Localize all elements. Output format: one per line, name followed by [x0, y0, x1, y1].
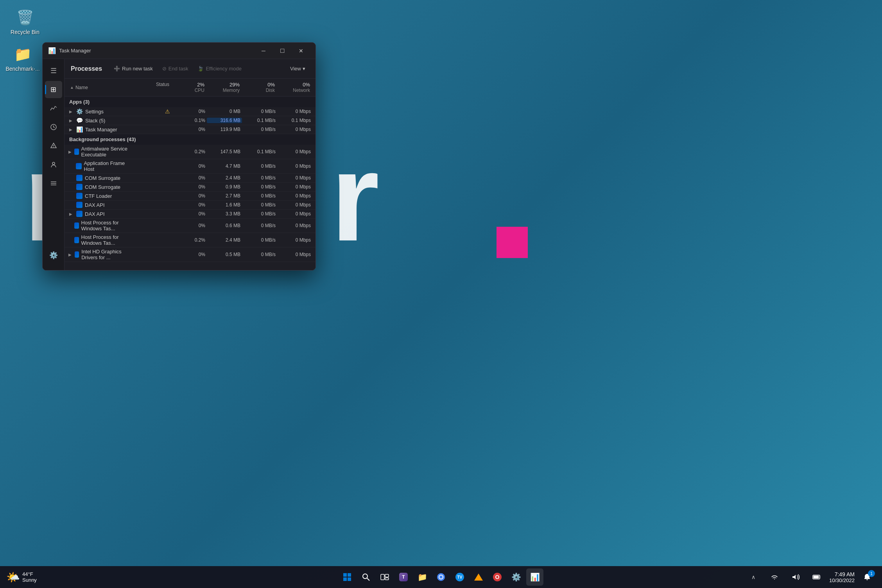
chrome-button[interactable]: [432, 568, 450, 586]
desktop-icon-benchmark[interactable]: 📁 Benchmark-...: [3, 42, 42, 74]
clock-widget[interactable]: 7:49 AM 10/30/2022: [829, 571, 855, 583]
search-button[interactable]: [357, 568, 375, 586]
sidebar-bottom: ⚙️: [45, 247, 62, 267]
table-row[interactable]: ▶ CTF Loader 0% 2.7 MB 0 MB/s 0 Mbps: [65, 192, 316, 201]
opera-button[interactable]: O: [489, 568, 506, 586]
battery-icon[interactable]: [808, 568, 825, 586]
table-row[interactable]: ▶ 📊 Task Manager 0% 119.9 MB 0 MB/s 0 Mb…: [65, 125, 316, 134]
sidebar-settings-button[interactable]: ⚙️: [45, 247, 62, 264]
svg-point-4: [52, 162, 55, 165]
table-row[interactable]: ▶ COM Surrogate 0% 2.4 MB 0 MB/s 0 Mbps: [65, 174, 316, 183]
table-row[interactable]: ▶ DAX API 0% 3.3 MB 0 MB/s 0 Mbps: [65, 210, 316, 219]
bg-pink-square: [497, 227, 528, 258]
toolbar: Processes ➕ Run new task ⊘ End task 🍃 Ef…: [65, 59, 316, 79]
benchmark-label: Benchmark-...: [5, 66, 39, 72]
explorer-button[interactable]: 📁: [414, 568, 431, 586]
view-button[interactable]: View ▾: [286, 64, 309, 74]
teamviewer-button[interactable]: TV: [451, 568, 468, 586]
svg-point-12: [363, 574, 368, 579]
table-row[interactable]: ▶ ⚙️ Settings ⚠ 0% 0 MB 0 MB/s 0 Mbps: [65, 107, 316, 116]
table-row[interactable]: ▶ Host Process for Windows Tas... 0.2% 2…: [65, 233, 316, 247]
task-manager-window: 📊 Task Manager ─ ☐ ✕ ☰ ⊞: [42, 42, 316, 271]
maximize-button[interactable]: ☐: [273, 45, 291, 57]
table-row[interactable]: ▶ Intel HD Graphics Drivers for ... 0% 0…: [65, 247, 316, 262]
taskbar-center: T 📁 TV O: [339, 568, 543, 586]
sidebar-item-details[interactable]: [45, 175, 62, 192]
table-row[interactable]: ▶ Antimalware Service Executable 0.2% 14…: [65, 145, 316, 159]
minimize-button[interactable]: ─: [255, 45, 272, 57]
close-button[interactable]: ✕: [292, 45, 310, 57]
col-network-header[interactable]: 0% Network: [277, 81, 312, 94]
process-name: ▶ Host Process for Windows Tas...: [68, 220, 133, 231]
table-row[interactable]: ▶ Host Process for Windows Tas... 0% 0.6…: [65, 219, 316, 233]
expand-icon[interactable]: ▶: [68, 251, 72, 258]
recycle-bin-icon: 🗑️: [15, 8, 35, 27]
svg-rect-10: [343, 577, 347, 581]
sidebar-item-hamburger[interactable]: ☰: [45, 62, 62, 79]
process-app-icon: [74, 149, 79, 155]
weather-info: 44°F Sunny: [22, 571, 37, 583]
efficiency-mode-button[interactable]: 🍃 Efficiency mode: [194, 64, 246, 74]
process-name: ▶ DAX API: [68, 202, 133, 208]
taskmanager-taskbar-button[interactable]: 📊: [526, 568, 543, 586]
tray-chevron-button[interactable]: ∧: [745, 568, 762, 586]
start-button[interactable]: [339, 568, 356, 586]
view-chevron-icon: ▾: [303, 66, 305, 72]
svg-rect-8: [343, 573, 347, 577]
svg-rect-14: [381, 574, 384, 580]
taskbar: 🌤️ 44°F Sunny: [0, 566, 882, 588]
run-task-button[interactable]: ➕ Run new task: [110, 64, 157, 74]
efficiency-icon: 🍃: [197, 66, 204, 72]
wifi-icon[interactable]: [766, 568, 783, 586]
apps-section-header: Apps (3): [65, 97, 316, 107]
svg-rect-11: [348, 577, 351, 581]
col-memory-header[interactable]: 29% Memory: [207, 81, 242, 94]
process-app-icon: [76, 193, 82, 199]
teams-button[interactable]: T: [395, 568, 412, 586]
col-disk-header[interactable]: 0% Disk: [242, 81, 277, 94]
notification-button[interactable]: 1: [859, 568, 876, 586]
table-row[interactable]: ▶ 💬 Slack (5) 0.1% 316.6 MB 0.1 MB/s 0.1…: [65, 116, 316, 125]
expand-icon[interactable]: ▶: [68, 108, 74, 115]
col-name-header[interactable]: ▲ Name: [68, 81, 133, 94]
expand-icon[interactable]: ▶: [68, 149, 72, 155]
sidebar-item-processes[interactable]: ⊞: [45, 81, 62, 98]
end-task-label: End task: [169, 66, 188, 72]
warning-icon: ⚠: [165, 108, 170, 115]
end-task-button[interactable]: ⊘ End task: [158, 64, 192, 74]
desktop-icon-recycle-bin[interactable]: 🗑️ Recycle Bin: [5, 5, 45, 38]
svg-rect-16: [385, 578, 389, 580]
expand-icon[interactable]: ▶: [68, 126, 74, 133]
time-display: 7:49 AM: [835, 571, 855, 577]
recycle-bin-label: Recycle Bin: [11, 29, 39, 35]
process-table[interactable]: Apps (3) ▶ ⚙️ Settings ⚠ 0% 0 MB: [65, 97, 316, 270]
taskbar-left: 🌤️ 44°F Sunny: [6, 571, 40, 584]
taskview-button[interactable]: [376, 568, 393, 586]
process-app-icon: [76, 184, 82, 190]
process-app-icon: [74, 222, 79, 229]
col-status-header[interactable]: Status: [133, 81, 172, 94]
volume-icon[interactable]: [787, 568, 804, 586]
vlc-button[interactable]: [470, 568, 487, 586]
svg-rect-15: [385, 574, 389, 577]
settings-taskbar-button[interactable]: ⚙️: [507, 568, 525, 586]
main-content: Processes ➕ Run new task ⊘ End task 🍃 Ef…: [65, 59, 316, 270]
table-row[interactable]: ▶ DAX API 0% 1.6 MB 0 MB/s 0 Mbps: [65, 201, 316, 210]
weather-icon: 🌤️: [6, 571, 20, 584]
view-label: View: [290, 66, 301, 72]
sidebar-item-startup[interactable]: [45, 137, 62, 154]
expand-icon[interactable]: ▶: [68, 117, 74, 124]
col-cpu-header[interactable]: 2% CPU: [172, 81, 207, 94]
sidebar-item-performance[interactable]: [45, 100, 62, 117]
window-body: ☰ ⊞ ⚙️: [43, 59, 316, 270]
temperature: 44°F: [22, 571, 33, 577]
svg-rect-21: [813, 576, 819, 579]
window-title-group: 📊 Task Manager: [48, 47, 91, 54]
weather-widget[interactable]: 🌤️ 44°F Sunny: [6, 571, 40, 584]
sidebar-item-users[interactable]: [45, 156, 62, 173]
table-row[interactable]: ▶ COM Surrogate 0% 0.9 MB 0 MB/s 0 Mbps: [65, 183, 316, 192]
process-name: ▶ CTF Loader: [68, 193, 133, 199]
sidebar-item-history[interactable]: [45, 118, 62, 136]
table-row[interactable]: ▶ Application Frame Host 0% 4.7 MB 0 MB/…: [65, 159, 316, 174]
expand-icon[interactable]: ▶: [68, 211, 74, 217]
